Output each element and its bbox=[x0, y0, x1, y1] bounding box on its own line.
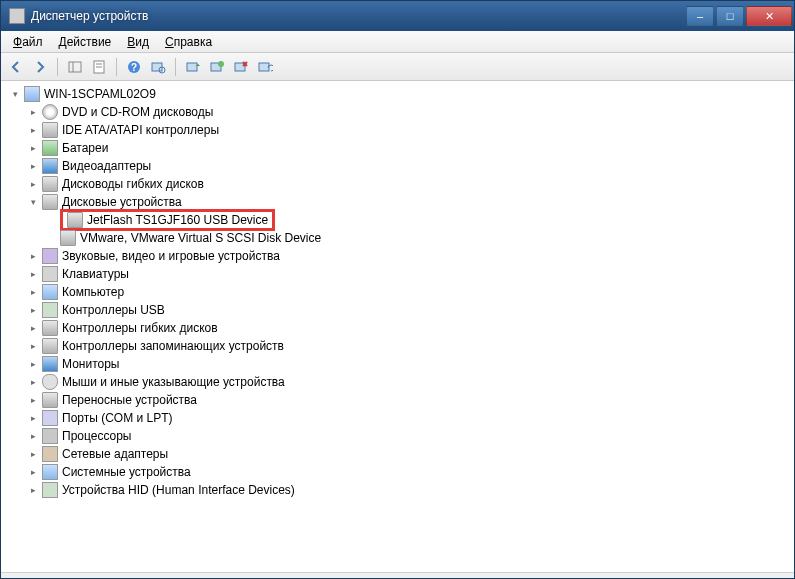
close-button[interactable]: ✕ bbox=[746, 6, 792, 26]
disk-icon bbox=[60, 230, 76, 246]
tree-content[interactable]: ▾WIN-1SCPAML02O9▸DVD и CD-ROM дисководы▸… bbox=[1, 81, 794, 572]
tree-item[interactable]: ▸Клавиатуры bbox=[9, 265, 786, 283]
expand-icon[interactable]: ▸ bbox=[27, 178, 39, 190]
tree-item-label: Мыши и иные указывающие устройства bbox=[62, 373, 285, 391]
cd-icon bbox=[42, 104, 58, 120]
tree-item[interactable]: ▸Системные устройства bbox=[9, 463, 786, 481]
maximize-button[interactable]: □ bbox=[716, 6, 744, 26]
enable-button[interactable] bbox=[254, 56, 276, 78]
tree-item-label: Контроллеры гибких дисков bbox=[62, 319, 218, 337]
sound-icon bbox=[42, 248, 58, 264]
minimize-button[interactable]: – bbox=[686, 6, 714, 26]
expand-icon[interactable]: ▸ bbox=[27, 286, 39, 298]
expand-icon[interactable]: ▸ bbox=[27, 376, 39, 388]
mouse-icon bbox=[42, 374, 58, 390]
tree-item[interactable]: ▸Мыши и иные указывающие устройства bbox=[9, 373, 786, 391]
disk-icon bbox=[42, 320, 58, 336]
scan-hardware-button[interactable] bbox=[147, 56, 169, 78]
disk-icon bbox=[42, 338, 58, 354]
expand-icon[interactable]: ▸ bbox=[27, 412, 39, 424]
menubar: Файл Действие Вид Справка bbox=[1, 31, 794, 53]
tree-item-label: Звуковые, видео и игровые устройства bbox=[62, 247, 280, 265]
tree-item[interactable]: ▸Контроллеры запоминающих устройств bbox=[9, 337, 786, 355]
expand-icon[interactable]: ▸ bbox=[27, 466, 39, 478]
menu-help[interactable]: Справка bbox=[157, 33, 220, 51]
disk-icon bbox=[42, 392, 58, 408]
tree-item-label: VMware, VMware Virtual S SCSI Disk Devic… bbox=[80, 229, 321, 247]
help-button[interactable]: ? bbox=[123, 56, 145, 78]
titlebar[interactable]: Диспетчер устройств – □ ✕ bbox=[1, 1, 794, 31]
menu-file[interactable]: Файл bbox=[5, 33, 51, 51]
highlighted-item: JetFlash TS1GJF160 USB Device bbox=[60, 209, 275, 231]
usb-icon bbox=[42, 302, 58, 318]
forward-button[interactable] bbox=[29, 56, 51, 78]
tree-item[interactable]: ▸Контроллеры USB bbox=[9, 301, 786, 319]
device-manager-window: Диспетчер устройств – □ ✕ Файл Действие … bbox=[0, 0, 795, 579]
expand-icon[interactable]: ▸ bbox=[27, 304, 39, 316]
disable-button[interactable] bbox=[230, 56, 252, 78]
expand-icon[interactable]: ▸ bbox=[27, 160, 39, 172]
tree-item-label: Клавиатуры bbox=[62, 265, 129, 283]
disk-icon bbox=[67, 212, 83, 228]
tree-item-label: Дисководы гибких дисков bbox=[62, 175, 204, 193]
tree-item[interactable]: ▸Звуковые, видео и игровые устройства bbox=[9, 247, 786, 265]
expand-icon[interactable]: ▸ bbox=[27, 448, 39, 460]
properties-button[interactable] bbox=[88, 56, 110, 78]
expand-icon[interactable]: ▸ bbox=[27, 394, 39, 406]
tree-item[interactable]: ▸Дисководы гибких дисков bbox=[9, 175, 786, 193]
expand-icon[interactable]: ▸ bbox=[27, 358, 39, 370]
tree-item[interactable]: ▸IDE ATA/ATAPI контроллеры bbox=[9, 121, 786, 139]
tree-item-label: Мониторы bbox=[62, 355, 119, 373]
tree-item[interactable]: ▸DVD и CD-ROM дисководы bbox=[9, 103, 786, 121]
expand-icon[interactable]: ▸ bbox=[27, 484, 39, 496]
menu-action[interactable]: Действие bbox=[51, 33, 120, 51]
tree-item-label: Процессоры bbox=[62, 427, 132, 445]
disk-icon bbox=[42, 122, 58, 138]
tree-item[interactable]: ▾WIN-1SCPAML02O9 bbox=[9, 85, 786, 103]
tree-item[interactable]: ▸Батареи bbox=[9, 139, 786, 157]
tree-item[interactable]: VMware, VMware Virtual S SCSI Disk Devic… bbox=[9, 229, 786, 247]
tree-item[interactable]: ▸Устройства HID (Human Interface Devices… bbox=[9, 481, 786, 499]
tree-item-label: Батареи bbox=[62, 139, 108, 157]
menu-view[interactable]: Вид bbox=[119, 33, 157, 51]
statusbar bbox=[1, 572, 794, 578]
expand-icon[interactable]: ▸ bbox=[27, 124, 39, 136]
tree-item[interactable]: ▸Порты (COM и LPT) bbox=[9, 409, 786, 427]
back-button[interactable] bbox=[5, 56, 27, 78]
cpu-icon bbox=[42, 428, 58, 444]
tree-item[interactable]: ▸Переносные устройства bbox=[9, 391, 786, 409]
disk-icon bbox=[42, 194, 58, 210]
monitor-icon bbox=[42, 356, 58, 372]
toolbar-separator bbox=[116, 58, 117, 76]
expand-icon[interactable]: ▸ bbox=[27, 322, 39, 334]
tree-item-label: DVD и CD-ROM дисководы bbox=[62, 103, 213, 121]
expand-icon[interactable]: ▸ bbox=[27, 106, 39, 118]
tree-item-label: Видеоадаптеры bbox=[62, 157, 151, 175]
expand-icon[interactable]: ▸ bbox=[27, 250, 39, 262]
tree-item[interactable]: ▸Видеоадаптеры bbox=[9, 157, 786, 175]
svg-rect-0 bbox=[69, 62, 81, 72]
tree-item[interactable]: ▸Контроллеры гибких дисков bbox=[9, 319, 786, 337]
tree-item[interactable]: ▸Процессоры bbox=[9, 427, 786, 445]
expand-icon[interactable]: ▸ bbox=[27, 340, 39, 352]
computer-icon bbox=[24, 86, 40, 102]
collapse-icon[interactable]: ▾ bbox=[27, 196, 39, 208]
expand-icon[interactable]: ▸ bbox=[27, 268, 39, 280]
tree-item-label: Контроллеры USB bbox=[62, 301, 165, 319]
computer-icon bbox=[42, 464, 58, 480]
collapse-icon[interactable]: ▾ bbox=[9, 88, 21, 100]
update-driver-button[interactable] bbox=[182, 56, 204, 78]
svg-rect-9 bbox=[187, 63, 197, 71]
expand-icon[interactable]: ▸ bbox=[27, 142, 39, 154]
tree-item[interactable]: ▸Компьютер bbox=[9, 283, 786, 301]
tree-item[interactable]: JetFlash TS1GJF160 USB Device bbox=[9, 211, 786, 229]
app-icon bbox=[9, 8, 25, 24]
svg-point-11 bbox=[218, 61, 224, 67]
expand-icon[interactable]: ▸ bbox=[27, 430, 39, 442]
show-hide-tree-button[interactable] bbox=[64, 56, 86, 78]
tree-item[interactable]: ▸Сетевые адаптеры bbox=[9, 445, 786, 463]
tree-item-label: Устройства HID (Human Interface Devices) bbox=[62, 481, 295, 499]
svg-rect-15 bbox=[259, 63, 269, 71]
uninstall-button[interactable] bbox=[206, 56, 228, 78]
tree-item[interactable]: ▸Мониторы bbox=[9, 355, 786, 373]
